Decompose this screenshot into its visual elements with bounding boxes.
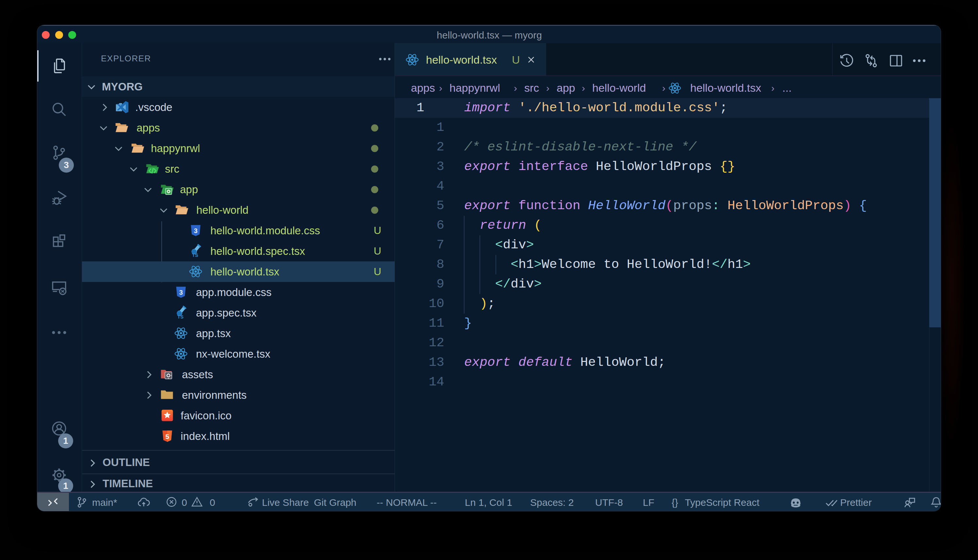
svg-text:TS: TS	[177, 314, 184, 320]
svg-text:3: 3	[179, 289, 182, 296]
svg-text:TS: TS	[192, 253, 198, 258]
svg-text:3: 3	[194, 227, 197, 234]
svg-text:5: 5	[165, 433, 169, 440]
